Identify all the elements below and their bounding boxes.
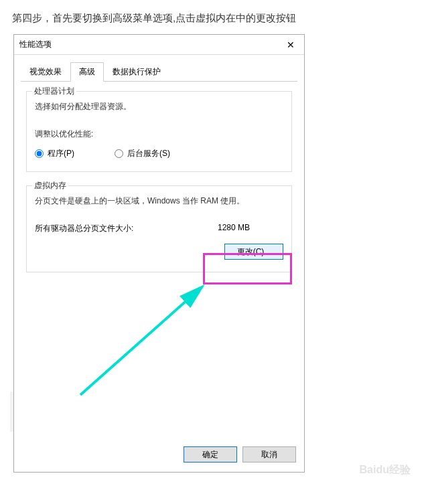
radio-background-input[interactable] — [115, 149, 123, 158]
vm-total-row: 所有驱动器总分页文件大小: 1280 MB — [35, 223, 283, 234]
change-button[interactable]: 更改(C)... — [224, 244, 283, 260]
processor-schedule-group: 处理器计划 选择如何分配处理器资源。 调整以优化性能: 程序(P) 后台服务(S… — [26, 91, 292, 172]
adjust-label: 调整以优化性能: — [35, 129, 283, 140]
vm-total-value: 1280 MB — [218, 223, 250, 234]
close-icon: ✕ — [287, 39, 295, 50]
instruction-text: 第四步，首先要切换到高级菜单选项,点击虚拟内在中的更改按钮 — [0, 0, 424, 34]
tab-row: 视觉效果 高级 数据执行保护 — [21, 62, 297, 82]
watermark: Baidu经验 — [360, 463, 411, 477]
radio-programs-label: 程序(P) — [48, 148, 74, 159]
ok-button[interactable]: 确定 — [184, 446, 237, 463]
tab-dep[interactable]: 数据执行保护 — [104, 62, 169, 82]
tab-advanced[interactable]: 高级 — [70, 62, 104, 82]
virtual-memory-group: 虚拟内存 分页文件是硬盘上的一块区域，Windows 当作 RAM 使用。 所有… — [26, 185, 292, 272]
vm-desc: 分页文件是硬盘上的一块区域，Windows 当作 RAM 使用。 — [35, 195, 283, 207]
dialog-body: 处理器计划 选择如何分配处理器资源。 调整以优化性能: 程序(P) 后台服务(S… — [14, 82, 304, 292]
processor-desc: 选择如何分配处理器资源。 — [35, 101, 283, 112]
dialog-title: 性能选项 — [19, 39, 52, 50]
radio-programs-input[interactable] — [35, 149, 44, 158]
processor-legend: 处理器计划 — [32, 86, 76, 97]
close-button[interactable]: ✕ — [277, 35, 304, 54]
radio-background[interactable]: 后台服务(S) — [115, 148, 170, 159]
performance-options-dialog: 性能选项 ✕ 视觉效果 高级 数据执行保护 处理器计划 选择如何分配处理器资源。… — [13, 34, 305, 473]
change-button-wrap: 更改(C)... — [35, 244, 283, 260]
tab-visual-effects[interactable]: 视觉效果 — [21, 62, 70, 82]
cancel-button[interactable]: 取消 — [242, 446, 296, 463]
radio-row: 程序(P) 后台服务(S) — [35, 148, 283, 159]
dialog-titlebar: 性能选项 ✕ — [14, 35, 304, 55]
dialog-footer: 确定 取消 — [14, 440, 304, 472]
radio-background-label: 后台服务(S) — [127, 148, 170, 159]
vm-total-label: 所有驱动器总分页文件大小: — [35, 223, 133, 234]
radio-programs[interactable]: 程序(P) — [35, 148, 74, 159]
vm-legend: 虚拟内存 — [32, 180, 68, 191]
